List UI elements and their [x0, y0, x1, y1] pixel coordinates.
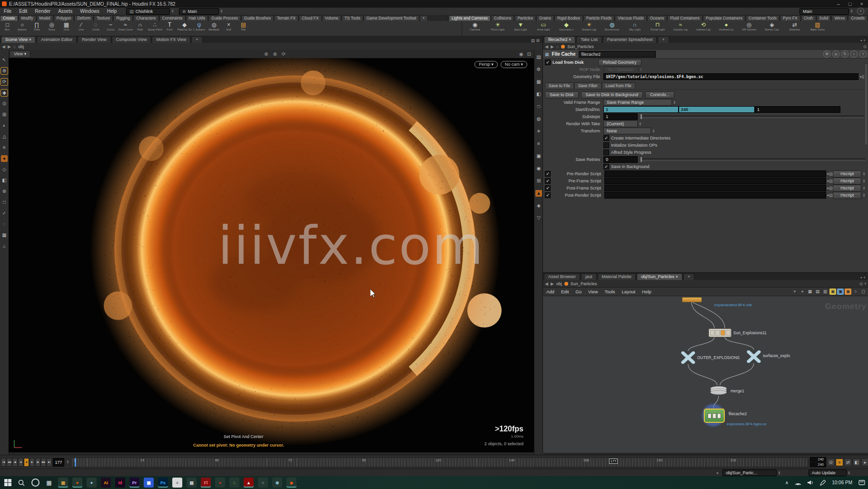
shelf-tab[interactable]: Wires	[831, 15, 848, 21]
shelf-tool[interactable]: ◌ Circle	[89, 21, 103, 36]
null-node[interactable]	[747, 350, 761, 363]
shelf-tool[interactable]: ∩ Sky Light	[623, 21, 646, 36]
inc-field[interactable]: 1	[755, 106, 840, 113]
shelf-tab[interactable]: Modify	[19, 15, 36, 21]
network-toolbar-icon[interactable]: ×	[791, 289, 798, 295]
menu-item[interactable]: Render	[31, 9, 54, 14]
null-node[interactable]	[681, 351, 695, 364]
transform-dropdown[interactable]: None	[603, 128, 651, 134]
display-option-icon[interactable]: ▦	[535, 79, 542, 85]
playbar-option-icon[interactable]: ≡	[836, 459, 843, 466]
forward-icon[interactable]: ▶	[551, 44, 554, 49]
script-language-button[interactable]: Hscript	[833, 170, 861, 178]
side-tool-icon[interactable]: ⊕	[1, 68, 8, 74]
shelf-tool[interactable]: ∴ Spray Paint	[148, 21, 162, 36]
viewport-3d[interactable]: iiivfx.com Persp ▾ No cam ▾ >120fps 1.00…	[9, 58, 534, 452]
shelf-tab[interactable]: Polygon	[54, 15, 74, 21]
viewport-tool-icon[interactable]: ⟳	[282, 51, 286, 57]
network-toolbar-icon[interactable]: ▤	[814, 289, 821, 295]
task-view-icon[interactable]: ▦	[44, 478, 54, 488]
network-toolbar-icon[interactable]: ▣	[845, 289, 851, 295]
taskbar-app-icon[interactable]: ▣	[144, 478, 154, 488]
global-end-field[interactable]: 240	[810, 462, 826, 467]
current-frame-field[interactable]: 177	[53, 458, 64, 467]
shelf-tab[interactable]: Oceans	[647, 15, 667, 21]
playbar-option-icon[interactable]: ⇄	[844, 459, 852, 466]
folder-tab[interactable]: Save to File	[545, 82, 574, 89]
minimize-button[interactable]: –	[837, 1, 840, 7]
side-tool-icon[interactable]: △	[1, 133, 8, 140]
shelf-tab[interactable]: Model	[37, 15, 53, 21]
side-tool-icon[interactable]: ⊚	[1, 188, 8, 195]
script-field[interactable]	[604, 192, 826, 199]
tray-expand-icon[interactable]: ∧	[785, 480, 789, 485]
pane-split-icon[interactable]: ⊞	[536, 38, 540, 43]
up-icon[interactable]: ⌂	[556, 44, 559, 49]
shelf-tool[interactable]: ◈ Stereo Camera	[760, 21, 783, 36]
taskbar-app-icon[interactable]: Fl	[201, 478, 211, 488]
shelf-tab[interactable]: Cloud FX	[299, 15, 321, 21]
script-file-icon[interactable]: ▤	[829, 179, 833, 183]
shelf-tool[interactable]: ~ Curve	[103, 21, 118, 36]
shelf-tool[interactable]: ∕ Line	[74, 21, 89, 36]
shelf-tool[interactable]: ∩ Path	[133, 21, 148, 36]
main-desktop-selector[interactable]: ⊕ Main	[179, 8, 219, 15]
shelf-tab[interactable]: Cloth	[801, 15, 816, 21]
display-option-icon[interactable]: ◈	[535, 202, 542, 209]
pane-tab[interactable]: Animation Editor	[37, 36, 77, 43]
help-icon[interactable]: ?	[859, 50, 867, 58]
display-option-icon[interactable]: ⚙	[535, 66, 542, 73]
taskbar-app-icon[interactable]: ●	[215, 478, 225, 488]
frame-marker[interactable]: 177	[609, 459, 618, 464]
shelf-tool[interactable]: ◆ Platonic Solids	[177, 21, 192, 36]
back-icon[interactable]: ◀	[545, 281, 548, 286]
viewport-tool-icon[interactable]: ⊕	[264, 51, 268, 57]
shelf-tool[interactable]: ≈ Caustic Light	[669, 21, 692, 36]
param-scrollbar[interactable]	[864, 63, 868, 145]
recook-icon[interactable]: ↻	[841, 50, 848, 58]
taskbar-app-icon[interactable]: ▤	[58, 478, 68, 488]
pen-settings-icon[interactable]	[820, 480, 826, 486]
range-end-field[interactable]: 240	[810, 457, 826, 462]
main-spinner[interactable]: ⇕	[220, 9, 223, 13]
menu-item[interactable]: Assets	[54, 9, 76, 14]
script-enable-checkbox[interactable]: ✓	[545, 171, 551, 177]
shelf-tab[interactable]: Pyro FX	[780, 15, 800, 21]
pane-tab[interactable]: Asset Browser	[544, 273, 580, 280]
cortana-icon[interactable]	[30, 478, 40, 488]
playbar-option-icon[interactable]: ▸	[861, 459, 868, 466]
shelf-tab[interactable]: Volume	[322, 15, 341, 21]
shelf-tool[interactable]: × Null	[221, 21, 236, 36]
intermediate-dirs-checkbox[interactable]: ✓	[603, 135, 609, 141]
viewport-tool-icon[interactable]: ⊗	[273, 51, 276, 57]
update-mode-spinner[interactable]: ⇕	[848, 471, 851, 475]
render-take-dropdown[interactable]: (Current)	[603, 120, 638, 127]
substeps-field[interactable]: 1	[603, 113, 638, 120]
pin-icon[interactable]: ⊙	[863, 44, 867, 49]
playback-button[interactable]: ■	[24, 458, 29, 467]
side-tool-icon[interactable]: ▦	[1, 232, 8, 239]
shelf-tab[interactable]: Collisions	[491, 15, 514, 21]
display-option-icon[interactable]: ▤	[535, 54, 542, 60]
menu-item[interactable]: Help	[103, 9, 121, 14]
display-option-icon[interactable]: ≡	[535, 140, 542, 147]
merge-node[interactable]	[710, 386, 728, 395]
save-retries-slider[interactable]	[641, 159, 866, 161]
volume-icon[interactable]	[808, 480, 814, 485]
context-selector[interactable]: obj/Sun_Partic...	[722, 469, 777, 476]
taskbar-app-icon[interactable]: ∴	[229, 478, 239, 488]
shelf-tab[interactable]: Constraints	[159, 15, 186, 21]
playback-button[interactable]: |◀	[1, 458, 6, 467]
back-icon[interactable]: ◀	[2, 44, 5, 49]
frame-range-dropdown[interactable]: Save Frame Range	[603, 99, 672, 106]
pane-tab[interactable]: Render View	[78, 36, 110, 43]
playback-button[interactable]: ▶▶	[41, 458, 46, 467]
menu-item[interactable]: Edit	[15, 9, 31, 14]
pane-add-icon[interactable]: +	[864, 281, 867, 286]
file-import-node[interactable]	[682, 297, 702, 302]
clock[interactable]: 10:06 PM	[832, 480, 852, 485]
maximize-button[interactable]: □	[848, 1, 852, 7]
shelf-tool[interactable]: ⇄ Switcher	[783, 21, 806, 36]
presets-icon[interactable]: ◎	[832, 50, 839, 58]
shelf-tool[interactable]: ◆ Geometry Light	[555, 21, 578, 36]
